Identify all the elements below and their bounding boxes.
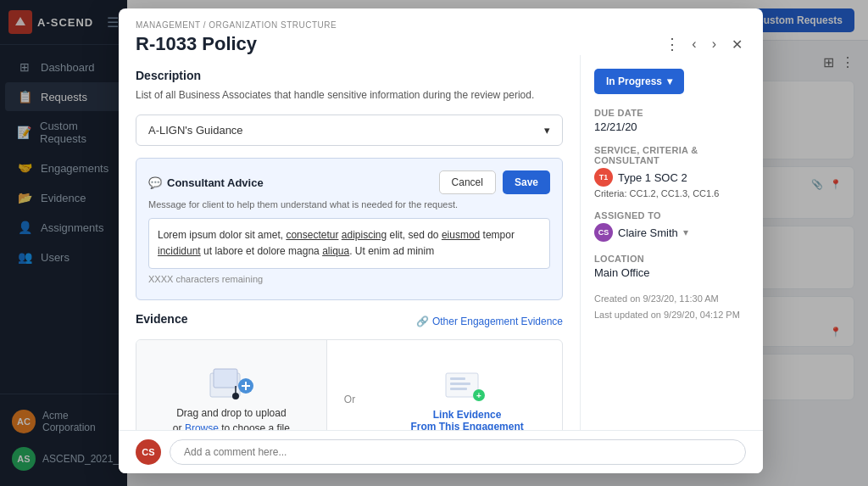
modal-close-button[interactable]: ✕ (728, 35, 746, 54)
due-date-label: Due Date (594, 108, 749, 118)
consultant-text-area[interactable]: Lorem ipsum dolor sit amet, consectetur … (148, 218, 550, 269)
evidence-upload-area: Drag and drop to upload or Browse to cho… (136, 339, 563, 430)
assigned-to-label: Assigned to (594, 210, 749, 221)
save-button[interactable]: Save (503, 170, 550, 194)
svg-rect-2 (214, 369, 237, 388)
due-date-value: 12/21/20 (594, 120, 749, 133)
status-label: In Progress (606, 75, 662, 87)
assigned-avatar: CS (594, 223, 613, 242)
created-timestamp: Created on 9/23/20, 11:30 AM (594, 291, 749, 307)
consultant-advice-box: 💬 Consultant Advice Cancel Save Message … (136, 158, 563, 300)
modal-left-panel: Description List of all Business Associa… (119, 55, 581, 430)
or-divider: Or (327, 340, 372, 430)
criteria-text: Criteria: CC1.2, CC1.3, CC1.6 (594, 188, 749, 198)
comment-avatar: CS (136, 439, 161, 465)
location-label: Location (594, 254, 749, 264)
chevron-down-icon: ▾ (667, 75, 672, 87)
svg-rect-10 (450, 383, 470, 385)
assigned-name: Claire Smith (618, 226, 678, 239)
modal-title: R-1033 Policy (136, 33, 257, 55)
modal-header: MANAGEMENT / ORGANIZATION STRUCTURE R-10… (119, 8, 763, 55)
timestamps: Created on 9/23/20, 11:30 AM Last update… (594, 291, 749, 322)
other-engagement-evidence-link[interactable]: 🔗 Other Engagement Evidence (416, 316, 563, 327)
assigned-row: CS Claire Smith ▾ (594, 223, 749, 242)
svg-rect-11 (450, 388, 467, 390)
modal-prev-button[interactable]: ‹ (688, 35, 699, 53)
service-row: T1 Type 1 SOC 2 (594, 168, 749, 187)
description-label: Description (136, 69, 563, 82)
link-icon: 🔗 (416, 316, 429, 327)
status-button[interactable]: In Progress ▾ (594, 69, 684, 94)
cancel-button[interactable]: Cancel (439, 170, 496, 194)
service-type: Type 1 SOC 2 (618, 171, 687, 184)
assigned-dropdown-chevron[interactable]: ▾ (683, 226, 688, 238)
comment-bar: CS (119, 430, 763, 473)
chevron-down-icon: ▾ (544, 124, 550, 137)
guidance-dropdown[interactable]: A-LIGN's Guidance ▾ (136, 115, 563, 146)
modal-next-button[interactable]: › (709, 35, 720, 53)
modal: MANAGEMENT / ORGANIZATION STRUCTURE R-10… (119, 8, 763, 473)
service-label: Service, Criteria & Consultant (594, 145, 749, 165)
breadcrumb: MANAGEMENT / ORGANIZATION STRUCTURE (136, 20, 746, 30)
svg-text:+: + (476, 391, 481, 400)
browse-text: or Browse to choose a file (173, 422, 290, 430)
link-evidence-illustration: + (442, 366, 492, 409)
link-evidence-zone[interactable]: + Link Evidence From This Engagement (372, 340, 562, 430)
link-evidence-text: Link Evidence From This Engagement (410, 409, 523, 430)
drag-drop-text: Drag and drop to upload (176, 407, 286, 419)
consultant-icon: 💬 (148, 176, 162, 189)
guidance-label: A-LIGN's Guidance (148, 124, 243, 137)
description-text: List of all Business Associates that han… (136, 87, 563, 103)
comment-input[interactable] (170, 439, 746, 465)
modal-title-row: R-1033 Policy ⋮ ‹ › ✕ (136, 33, 746, 55)
modal-more-button[interactable]: ⋮ (665, 35, 680, 53)
updated-timestamp: Last updated on 9/29/20, 04:12 PM (594, 307, 749, 323)
location-value: Main Office (594, 266, 749, 279)
consultant-body-text: Lorem ipsum dolor sit amet, consectetur … (158, 227, 541, 260)
consultant-header: 💬 Consultant Advice Cancel Save (148, 170, 550, 194)
evidence-label: Evidence (136, 312, 187, 326)
svg-rect-9 (450, 377, 465, 380)
consultant-buttons: Cancel Save (439, 170, 550, 194)
chars-remaining: XXXX characters remaining (148, 274, 550, 284)
modal-controls: ⋮ ‹ › ✕ (665, 35, 746, 54)
consultant-title: 💬 Consultant Advice (148, 176, 264, 189)
consultant-subtitle: Message for client to help them understa… (148, 199, 550, 209)
evidence-header: Evidence 🔗 Other Engagement Evidence (136, 312, 563, 331)
browse-link[interactable]: Browse (185, 422, 219, 430)
upload-illustration (202, 360, 261, 407)
modal-right-panel: In Progress ▾ Due Date 12/21/20 Service,… (581, 55, 763, 430)
upload-drop-zone[interactable]: Drag and drop to upload or Browse to cho… (136, 340, 327, 430)
service-avatar: T1 (594, 168, 613, 187)
modal-body: Description List of all Business Associa… (119, 55, 763, 430)
